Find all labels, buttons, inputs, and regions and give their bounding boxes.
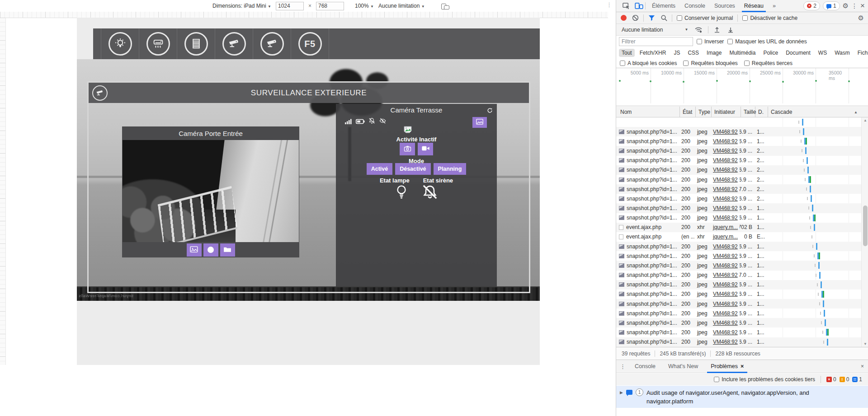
scroll-down-icon[interactable]: ▼: [862, 342, 868, 346]
filter-chip-multim-dia[interactable]: Multimédia: [726, 49, 758, 57]
filter-chip-fichier-manifeste[interactable]: Fichier manifeste: [855, 49, 868, 57]
search-icon[interactable]: [660, 14, 667, 21]
throttling-select[interactable]: Aucune limitation: [622, 27, 663, 33]
request-initiator-link[interactable]: VM468:92: [713, 291, 738, 297]
refresh-icon[interactable]: [486, 107, 493, 116]
checkbox[interactable]: [677, 15, 682, 21]
column-header-nom[interactable]: Nom: [618, 107, 680, 117]
nav-light-button[interactable]: [101, 28, 139, 59]
network-request-row[interactable]: snapshot.php?id=1...200jpegVM468:927.0 .…: [616, 271, 861, 280]
viewport-height-input[interactable]: 768: [316, 2, 344, 10]
include-third-party-cookies-checkbox[interactable]: Inclure les problèmes des cookies tiers: [714, 376, 815, 383]
request-initiator-link[interactable]: VM468:92: [713, 215, 738, 221]
request-initiator-link[interactable]: VM468:92: [713, 262, 738, 269]
request-initiator-link[interactable]: VM468:92: [713, 186, 738, 192]
record-network-log-icon[interactable]: [621, 15, 627, 21]
request-initiator-link[interactable]: jquery.m...: [713, 224, 738, 230]
tab-console[interactable]: Console: [682, 0, 708, 12]
mode-active-button[interactable]: Activé: [367, 163, 393, 175]
network-request-row[interactable]: snapshot.php?id=1...200jpegVM468:926.9 .…: [616, 213, 861, 223]
tab-sources[interactable]: Sources: [712, 0, 737, 12]
nav-climate-button[interactable]: [139, 28, 177, 59]
drawer-menu-icon[interactable]: ⋮: [620, 363, 626, 370]
filter-input[interactable]: [619, 37, 693, 46]
devtools-menu-icon[interactable]: ⋮: [851, 2, 858, 9]
request-initiator-link[interactable]: VM468:92: [713, 167, 738, 173]
request-initiator-link[interactable]: VM468:92: [713, 205, 738, 211]
record-button[interactable]: [203, 243, 218, 257]
network-request-row[interactable]: snapshot.php?id=1...200jpegVM468:926.9 .…: [616, 280, 861, 290]
network-request-row[interactable]: snapshot.php?id=1...200jpegVM468:926.9 .…: [616, 165, 861, 175]
issue-row[interactable]: ▶ 1 Audit usage of navigator.userAgent, …: [616, 386, 868, 408]
drawer-tab-console[interactable]: Console: [631, 360, 659, 373]
nav-camera2-button[interactable]: [253, 28, 291, 59]
blocked-requests-checkbox[interactable]: Requêtes bloquées: [683, 60, 737, 66]
request-initiator-link[interactable]: VM468:92: [713, 339, 738, 345]
settings-gear-icon[interactable]: ⚙: [843, 2, 849, 10]
viewport-width-input[interactable]: 1024: [276, 2, 304, 10]
column-header-cascade[interactable]: Cascade▲: [768, 107, 861, 117]
filter-chip-css[interactable]: CSS: [685, 49, 702, 57]
network-conditions-icon[interactable]: [694, 27, 703, 33]
nav-shutter-button[interactable]: [177, 28, 215, 59]
filter-chip-image[interactable]: Image: [704, 49, 724, 57]
network-request-row[interactable]: snapshot.php?id=1...200jpegVM468:926.9 .…: [616, 318, 861, 327]
disable-cache-checkbox[interactable]: Désactiver le cache: [742, 15, 797, 21]
mode-planning-button[interactable]: Planning: [434, 163, 467, 175]
request-initiator-link[interactable]: VM468:92: [713, 301, 738, 307]
nav-refresh-button[interactable]: F5: [291, 28, 329, 59]
nav-camera1-button[interactable]: [215, 28, 253, 59]
column-header-état[interactable]: État: [680, 107, 696, 117]
request-initiator-link[interactable]: jquery.m...: [713, 234, 738, 240]
network-request-row[interactable]: snapshot.php?id=1...200jpegVM468:926.9 .…: [616, 290, 861, 299]
request-initiator-link[interactable]: VM468:92: [713, 196, 738, 202]
blocked-cookies-checkbox[interactable]: A bloqué les cookies: [620, 60, 677, 66]
siren-off-icon[interactable]: [422, 184, 438, 201]
network-request-row[interactable]: snapshot.php?id=1...200jpegVM468:926.9 .…: [616, 136, 861, 146]
network-request-row[interactable]: snapshot.php?id=1...200jpegVM468:926.9 .…: [616, 242, 861, 251]
tab-elements[interactable]: Éléments: [650, 0, 678, 12]
network-request-row[interactable]: [616, 117, 861, 127]
network-request-row[interactable]: event.ajax.php(en ...xhrjquery.m...0 BE.…: [616, 232, 861, 242]
filter-chip-fetch-xhr[interactable]: Fetch/XHR: [637, 49, 669, 57]
network-request-row[interactable]: snapshot.php?id=1...200jpegVM468:926.9 .…: [616, 127, 861, 136]
network-request-row[interactable]: snapshot.php?id=1...200jpegVM468:926.9 .…: [616, 203, 861, 213]
network-request-row[interactable]: snapshot.php?id=1...200jpegVM468:926.9 .…: [616, 337, 861, 347]
inspect-element-icon[interactable]: [623, 2, 630, 9]
filter-chip-tout[interactable]: Tout: [619, 49, 635, 57]
scroll-up-icon[interactable]: ▲: [862, 118, 868, 122]
filter-chip-wasm[interactable]: Wasm: [832, 49, 853, 57]
tab-network[interactable]: Réseau: [742, 0, 766, 12]
column-header-type[interactable]: Type: [696, 107, 712, 117]
network-request-row[interactable]: snapshot.php?id=1...200jpegVM468:926.9 .…: [616, 261, 861, 270]
record-video-button[interactable]: [418, 143, 433, 155]
recordings-folder-button[interactable]: [220, 243, 235, 257]
column-header-initiateur[interactable]: Initiateur: [712, 107, 741, 117]
issue-count-badge[interactable]: 1: [823, 1, 840, 10]
import-har-icon[interactable]: [714, 27, 720, 33]
network-request-row[interactable]: snapshot.php?id=1...200jpegVM468:926.9 .…: [616, 327, 861, 337]
request-initiator-link[interactable]: VM468:92: [713, 253, 738, 259]
scrollbar[interactable]: ▲ ▼: [861, 117, 868, 347]
request-initiator-link[interactable]: VM468:92: [713, 243, 738, 250]
filter-chip-police[interactable]: Police: [760, 49, 781, 57]
network-overview-timeline[interactable]: 5000 ms10000 ms15000 ms20000 ms25000 ms3…: [616, 68, 868, 106]
invert-checkbox[interactable]: Inverser: [697, 38, 724, 45]
scrollbar-thumb[interactable]: [863, 206, 868, 246]
close-tab-icon[interactable]: ×: [741, 363, 744, 369]
dimensions-select[interactable]: Dimensions: iPad Mini ▼: [212, 3, 271, 9]
snapshot-button[interactable]: [187, 243, 202, 257]
request-initiator-link[interactable]: VM468:92: [713, 320, 738, 326]
export-har-icon[interactable]: [727, 27, 734, 33]
take-photo-button[interactable]: [400, 143, 415, 155]
close-drawer-icon[interactable]: ×: [861, 363, 868, 369]
network-request-row[interactable]: snapshot.php?id=1...200jpegVM468:926.9 .…: [616, 146, 861, 155]
hide-data-urls-checkbox[interactable]: Masquer les URL de données: [727, 38, 807, 45]
drawer-tab-whats-new[interactable]: What's New: [665, 360, 702, 373]
network-request-row[interactable]: snapshot.php?id=1...200jpegVM468:926.9 .…: [616, 308, 861, 318]
request-initiator-link[interactable]: VM468:92: [713, 148, 738, 154]
network-request-row[interactable]: snapshot.php?id=1...200jpegVM468:926.9 .…: [616, 156, 861, 165]
lamp-bulb-icon[interactable]: [395, 184, 408, 201]
fullscreen-view-button[interactable]: [472, 117, 487, 128]
filter-chip-js[interactable]: JS: [671, 49, 683, 57]
